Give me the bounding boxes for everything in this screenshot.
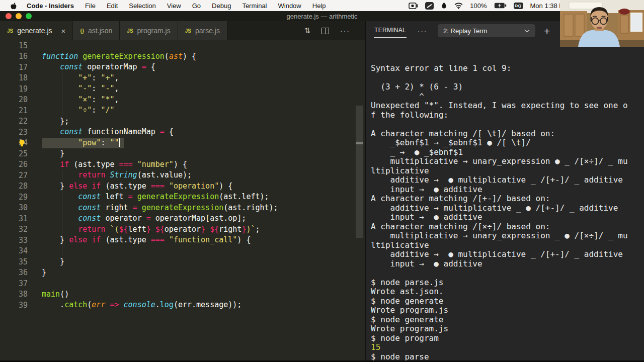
battery-charging-icon[interactable] xyxy=(494,3,507,9)
window-title-bar: generate.js — arithmetic xyxy=(0,11,644,21)
lightbulb-icon[interactable] xyxy=(18,139,26,149)
code-line-24[interactable]: 24 "pow": "" xyxy=(0,138,365,149)
menu-view[interactable]: View xyxy=(162,2,187,10)
terminal-line xyxy=(371,73,644,83)
macos-menu-bar: Code - Insiders FileEditSelectionViewGoD… xyxy=(0,0,644,11)
more-actions-icon[interactable]: ··· xyxy=(340,27,350,35)
terminal-lines: Syntax error at line 1 col 9: (3 + 2) * … xyxy=(371,64,644,362)
menu-file[interactable]: File xyxy=(79,2,101,10)
code-line-31[interactable]: 31 const operator = operatorMap[ast.op]; xyxy=(0,213,365,224)
menu-debug[interactable]: Debug xyxy=(206,2,236,10)
code-line-38[interactable]: 38main() xyxy=(0,289,365,300)
new-terminal-icon[interactable]: + xyxy=(544,26,550,36)
code-line-36[interactable]: 36} xyxy=(0,267,365,279)
panel-more-icon[interactable]: ··· xyxy=(418,27,427,35)
editor-cursor xyxy=(119,138,120,147)
code-line-20[interactable]: 20 "×": "*", xyxy=(0,95,365,106)
annotation-app-icon[interactable] xyxy=(425,2,434,10)
code-line-16[interactable]: 16function generateExpression(ast) { xyxy=(0,51,365,62)
terminal-line: $ node parse.js xyxy=(371,278,644,288)
code-line-39[interactable]: 39 .catch(err => console.log(err.message… xyxy=(0,300,365,311)
line-number: 21 xyxy=(0,106,28,115)
line-number: 16 xyxy=(0,52,28,61)
line-number: 26 xyxy=(0,160,28,169)
menu-terminal[interactable]: Terminal xyxy=(236,2,272,10)
screen-recording-icon[interactable] xyxy=(409,3,418,9)
terminal-line: additive → multiplicative _ ● /[+-]/ _ a… xyxy=(371,204,644,213)
code-line-32[interactable]: 32 return `(${left} ${operator} ${right}… xyxy=(0,224,365,235)
menu-window[interactable]: Window xyxy=(273,2,307,10)
code-line-25[interactable]: 25 } xyxy=(0,148,365,159)
code-line-15[interactable]: 15 xyxy=(0,40,365,51)
line-number: 39 xyxy=(0,301,28,310)
line-number: 30 xyxy=(0,203,28,212)
line-number: 28 xyxy=(0,182,28,191)
terminal-line: Syntax error at line 1 col 9: xyxy=(371,64,644,73)
code-line-30[interactable]: 30 const right = generateExpression(ast.… xyxy=(0,203,365,214)
terminal-output[interactable]: Syntax error at line 1 col 9: (3 + 2) * … xyxy=(371,45,644,362)
apple-menu-icon[interactable] xyxy=(6,2,21,10)
line-number: 34 xyxy=(0,246,28,255)
line-number: 18 xyxy=(0,73,28,82)
menu-selection[interactable]: Selection xyxy=(123,2,161,10)
tab-program.js[interactable]: JSprogram.js xyxy=(120,21,178,40)
terminal-line: Unexpected "*". Instead, I was expecting… xyxy=(371,101,644,111)
tab-ast.json[interactable]: {}ast.json xyxy=(73,21,120,40)
terminal-line: ^ xyxy=(371,92,644,102)
close-icon[interactable]: × xyxy=(61,27,66,35)
code-line-33[interactable]: 33 } else if (ast.type === "function_cal… xyxy=(0,235,365,246)
terminal-session-select[interactable]: 2: Replay Term xyxy=(438,24,535,37)
terminal-line: $ node generate xyxy=(371,315,644,325)
wifi-icon[interactable] xyxy=(454,3,463,9)
code-line-22[interactable]: 22 }; xyxy=(0,116,365,127)
terminal-line: additive → ● multiplicative _ /[+-]/ _ a… xyxy=(371,250,644,259)
terminal-line: 15 xyxy=(371,343,644,352)
tab-label: generate.js xyxy=(17,27,52,35)
terminal-line: input → ● additive xyxy=(371,185,644,195)
line-number: 29 xyxy=(0,193,28,202)
terminal-line: $ node program xyxy=(371,334,644,343)
dq-app-icon[interactable]: DQ xyxy=(514,3,523,9)
battery-percent-label: 100% xyxy=(470,2,487,10)
code-line-23[interactable]: 23 const functionNameMap = { xyxy=(0,127,365,138)
js-file-icon: JS xyxy=(127,28,133,34)
editor-tab-strip: JSgenerate.js×{}ast.jsonJSprogram.jsJSpa… xyxy=(0,21,365,40)
menu-help[interactable]: Help xyxy=(307,2,332,10)
menu-clock[interactable]: Mon 1:38 P xyxy=(530,2,564,10)
code-line-28[interactable]: 28 } else if (ast.type === "operation") … xyxy=(0,181,365,192)
app-menu-title[interactable]: Code - Insiders xyxy=(21,2,79,10)
terminal-line: A character matching /[+-]/ based on: xyxy=(371,194,644,204)
code-line-17[interactable]: 17 const operatorMap = { xyxy=(0,62,365,73)
editor-panel-divider[interactable] xyxy=(365,21,366,362)
code-line-26[interactable]: 26 if (ast.type === "number") { xyxy=(0,159,365,170)
terminal-line: A character matching /[ \t]/ based on: xyxy=(371,129,644,139)
code-line-35[interactable]: 35 } xyxy=(0,256,365,267)
tab-list: JSgenerate.js×{}ast.jsonJSprogram.jsJSpa… xyxy=(0,21,227,40)
line-number: 20 xyxy=(0,95,28,104)
menu-edit[interactable]: Edit xyxy=(101,2,123,10)
code-line-37[interactable]: 37 xyxy=(0,278,365,289)
tab-generate.js[interactable]: JSgenerate.js× xyxy=(0,21,73,40)
tab-terminal[interactable]: TERMINAL xyxy=(374,24,407,38)
code-line-27[interactable]: 27 return String(ast.value); xyxy=(0,170,365,181)
tab-parse.js[interactable]: JSparse.js xyxy=(178,21,227,40)
flame-app-icon[interactable] xyxy=(441,2,447,10)
terminal-line: input → ● additive xyxy=(371,259,644,269)
terminal-line xyxy=(371,268,644,278)
code-line-34[interactable]: 34 xyxy=(0,246,365,257)
split-editor-icon[interactable] xyxy=(321,28,329,34)
line-number: 32 xyxy=(0,225,28,234)
menu-go[interactable]: Go xyxy=(187,2,206,10)
terminal-line: _$ebnf$1 → _$ebnf$1 ● /[ \t]/ xyxy=(371,138,644,148)
line-number: 22 xyxy=(0,117,28,126)
code-line-21[interactable]: 21 "÷": "/" xyxy=(0,105,365,116)
chevron-down-icon xyxy=(524,29,530,33)
code-line-19[interactable]: 19 "-": "-", xyxy=(0,83,365,95)
line-number: 23 xyxy=(0,128,28,137)
editor-scrollbar[interactable] xyxy=(356,106,363,238)
code-line-29[interactable]: 29 const left = generateExpression(ast.l… xyxy=(0,192,365,203)
code-editor[interactable]: 1516function generateExpression(ast) {17… xyxy=(0,40,365,362)
code-line-18[interactable]: 18 "+": "+", xyxy=(0,73,365,84)
line-number: 38 xyxy=(0,290,28,299)
compare-changes-icon[interactable]: ⇅ xyxy=(304,26,310,35)
